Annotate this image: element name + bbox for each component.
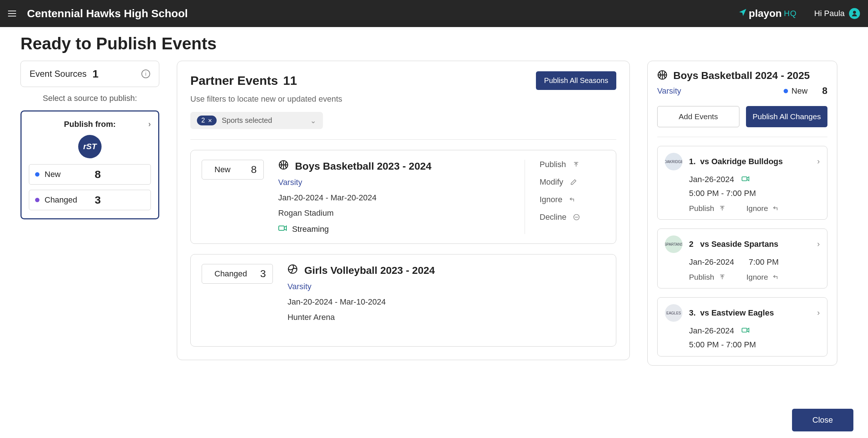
event-dates: Jan-20-2024 - Mar-20-2024 (278, 193, 510, 203)
decline-action[interactable]: Decline (540, 212, 605, 222)
return-icon (772, 205, 780, 212)
divider (190, 139, 616, 140)
menu-icon[interactable] (8, 8, 18, 19)
game-date: Jan-26-2024 (689, 257, 734, 267)
event-level[interactable]: Varsity (278, 178, 510, 187)
source-selector[interactable]: Publish from: › rST New 8 Changed 3 (20, 110, 159, 219)
filter-instruction: Use filters to locate new or updated eve… (190, 94, 616, 104)
event-card: New 8 Boys Basketball 2023 - 2024 Varsit… (190, 150, 616, 244)
changed-label: Changed (45, 195, 77, 205)
status-count: 8 (251, 164, 257, 175)
status-label: Changed (214, 269, 247, 279)
game-publish-action[interactable]: Publish (689, 204, 726, 213)
partner-events-title: Partner Events (190, 73, 278, 88)
season-status-label: New (792, 86, 808, 96)
event-title: Boys Basketball 2023 - 2024 (295, 161, 432, 172)
user-area[interactable]: Hi Paula (814, 8, 860, 19)
dot-new-icon (35, 172, 39, 177)
divider (657, 137, 827, 137)
event-dates: Jan-20-2024 - Mar-10-2024 (288, 297, 605, 307)
info-icon[interactable]: i (141, 69, 150, 78)
event-venue: Rogan Stadium (278, 208, 510, 218)
publish-from-label: Publish from: (64, 120, 116, 129)
game-date: Jan-26-2024 (689, 175, 734, 184)
greeting: Hi Paula (814, 9, 845, 18)
game-ignore-action[interactable]: Ignore (746, 273, 780, 282)
return-icon (569, 196, 576, 203)
event-card: Changed 3 Girls Volleyball 2023 - 2024 V… (190, 254, 616, 347)
game-number: 1. (689, 157, 696, 166)
opponent-badge: OAKRIDGE (665, 153, 682, 170)
game-card[interactable]: EAGLES 3. vs Eastview Eagles › Jan-26-20… (657, 297, 827, 356)
chevron-right-icon: › (817, 157, 820, 166)
edit-icon (570, 178, 577, 186)
camera-icon (742, 175, 750, 184)
sports-filter-dropdown[interactable]: 2 ✕ Sports selected ⌄ (190, 112, 323, 129)
event-sources-card[interactable]: Event Sources 1 i (20, 61, 159, 87)
chevron-right-icon: › (817, 308, 820, 318)
camera-icon (742, 326, 750, 336)
changed-count: 3 (95, 194, 101, 206)
brand-arrow-icon (738, 8, 747, 19)
add-events-button[interactable]: Add Events (657, 106, 739, 127)
chevron-down-icon: ⌄ (310, 116, 316, 125)
new-label: New (45, 170, 61, 179)
season-detail-panel: Boys Basketball 2024 - 2025 Varsity New … (647, 61, 837, 366)
game-time: 7:00 PM (749, 257, 779, 267)
game-opponent: vs Seaside Spartans (700, 239, 778, 249)
svg-point-0 (853, 11, 856, 14)
event-sources-count: 1 (92, 68, 99, 80)
upload-icon (572, 161, 580, 168)
partner-events-count: 11 (283, 73, 297, 88)
top-bar: Centennial Hawks High School playonHQ Hi… (0, 0, 868, 27)
publish-all-seasons-button[interactable]: Publish All Seasons (536, 71, 616, 90)
season-count: 8 (822, 85, 827, 97)
event-level[interactable]: Varsity (288, 282, 605, 291)
game-card[interactable]: SPARTANS 2 vs Seaside Spartans › Jan-26-… (657, 229, 827, 288)
changed-stat-row[interactable]: Changed 3 (29, 190, 151, 210)
upload-icon (719, 205, 726, 212)
clear-filter-icon[interactable]: ✕ (208, 118, 212, 124)
modify-action[interactable]: Modify (540, 177, 605, 187)
basketball-icon (278, 160, 289, 173)
publish-all-changes-button[interactable]: Publish All Changes (746, 106, 827, 127)
event-title: Girls Volleyball 2023 - 2024 (304, 265, 435, 276)
chevron-right-icon: › (148, 120, 151, 129)
game-opponent: vs Eastview Eagles (700, 308, 774, 317)
event-status-badge: Changed 3 (202, 264, 273, 284)
game-publish-action[interactable]: Publish (689, 273, 726, 282)
basketball-icon (657, 70, 667, 82)
source-instruction: Select a source to publish: (20, 94, 159, 103)
filter-badge[interactable]: 2 ✕ (197, 116, 217, 125)
school-name: Centennial Hawks High School (27, 7, 188, 20)
upload-icon (719, 273, 726, 281)
game-card[interactable]: OAKRIDGE 1. vs Oakridge Bulldogs › Jan-2… (657, 146, 827, 220)
status-count: 3 (260, 268, 266, 280)
event-venue: Hunter Arena (288, 313, 605, 322)
page-title: Ready to Publish Events (20, 34, 848, 53)
brand-logo[interactable]: playonHQ (738, 8, 797, 19)
new-count: 8 (95, 168, 101, 181)
game-opponent: vs Oakridge Bulldogs (700, 157, 783, 166)
return-icon (772, 273, 780, 281)
chevron-right-icon: › (817, 239, 820, 249)
game-date: Jan-26-2024 (689, 326, 734, 336)
status-label: New (214, 165, 231, 174)
dot-changed-icon (35, 198, 39, 202)
decline-icon (573, 214, 580, 221)
season-title: Boys Basketball 2024 - 2025 (673, 70, 810, 82)
season-level[interactable]: Varsity (657, 86, 681, 96)
new-stat-row[interactable]: New 8 (29, 164, 151, 185)
streaming-label: Streaming (292, 224, 329, 234)
brand-suffix: HQ (784, 9, 797, 18)
partner-events-panel: Partner Events 11 Publish All Seasons Us… (177, 61, 630, 360)
svg-rect-6 (742, 177, 747, 181)
game-ignore-action[interactable]: Ignore (746, 204, 780, 213)
event-status-badge: New 8 (202, 160, 264, 180)
ignore-action[interactable]: Ignore (540, 195, 605, 204)
game-time: 5:00 PM - 7:00 PM (689, 189, 756, 198)
opponent-badge: EAGLES (665, 304, 682, 322)
avatar-icon (849, 8, 860, 19)
event-sources-label: Event Sources (30, 69, 87, 79)
publish-action[interactable]: Publish (540, 160, 605, 169)
